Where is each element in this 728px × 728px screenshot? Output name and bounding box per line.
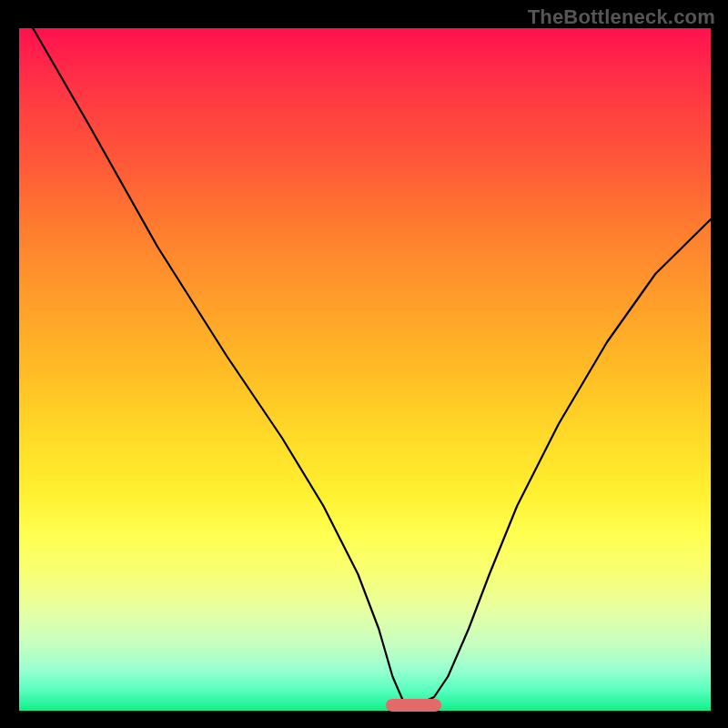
watermark-label: TheBottleneck.com xyxy=(528,5,715,29)
plot-area xyxy=(18,27,712,712)
chart-frame: TheBottleneck.com xyxy=(0,0,728,728)
bottleneck-curve xyxy=(19,28,711,711)
optimal-range-marker xyxy=(386,699,441,712)
